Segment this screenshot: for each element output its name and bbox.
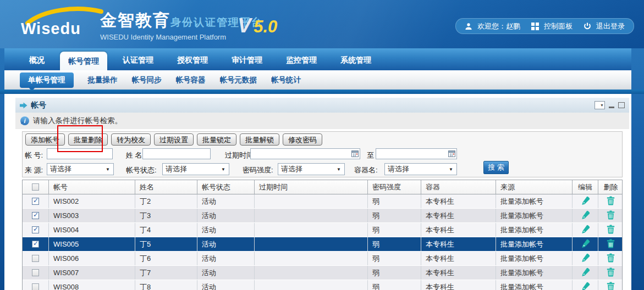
row-checkbox[interactable] <box>32 269 39 276</box>
cell-container: 本专科生 <box>421 252 496 265</box>
panel-dropdown-icon[interactable]: ▼ <box>595 101 605 109</box>
nav-tab-6[interactable]: 系统管理 <box>332 49 379 70</box>
toolbar-button-4[interactable]: 批量锁定 <box>197 133 236 146</box>
table-row[interactable]: WIS008 丁8 活动 弱 本专科生 批量添加帐号 <box>23 280 622 290</box>
control-panel-link[interactable]: 控制面板 <box>544 21 573 31</box>
cell-account: WIS005 <box>49 237 135 251</box>
account-label: 帐 号: <box>25 150 43 160</box>
subnav-item-0[interactable]: 单帐号管理 <box>20 72 74 88</box>
edit-icon[interactable] <box>581 196 590 207</box>
delete-icon[interactable] <box>607 196 615 207</box>
delete-icon[interactable] <box>607 225 615 236</box>
cell-source: 批量添加帐号 <box>496 194 573 208</box>
strength-select[interactable]: 请选择 <box>278 163 345 175</box>
table-row[interactable]: WIS005 丁5 活动 弱 本专科生 批量添加帐号 <box>23 237 622 252</box>
to-label: 至 <box>367 150 374 160</box>
row-checkbox[interactable] <box>32 255 39 262</box>
cell-account: WIS003 <box>49 209 135 222</box>
expire-from-wrap <box>250 148 360 159</box>
table-row[interactable]: WIS003 丁3 活动 弱 本专科生 批量添加帐号 <box>23 209 622 223</box>
cell-account: WIS006 <box>49 252 135 265</box>
brand-title: 金智教育 <box>100 11 170 29</box>
search-button[interactable]: 搜 索 <box>483 161 509 174</box>
cell-status: 活动 <box>197 194 255 208</box>
nav-tab-3[interactable]: 授权管理 <box>169 49 216 70</box>
cell-container: 本专科生 <box>421 223 496 237</box>
toolbar-button-3[interactable]: 过期设置 <box>154 133 194 146</box>
control-panel-icon <box>531 23 539 30</box>
cell-expire <box>255 223 368 237</box>
cell-expire <box>255 280 368 290</box>
edit-icon[interactable] <box>581 282 590 290</box>
subnav-item-2[interactable]: 帐号同步 <box>132 75 162 85</box>
page-content: 概况帐号管理认证管理授权管理审计管理监控管理系统管理 单帐号管理批量操作帐号同步… <box>4 48 631 290</box>
subnav-item-4[interactable]: 帐号元数据 <box>220 75 257 85</box>
edit-icon[interactable] <box>581 210 590 221</box>
cell-account: WIS008 <box>49 280 135 290</box>
row-checkbox[interactable] <box>32 283 39 290</box>
column-header-3: 过期时间 <box>255 180 368 194</box>
status-select[interactable]: 请选择 <box>162 163 229 175</box>
row-checkbox[interactable] <box>32 241 39 248</box>
container-label: 容器名: <box>354 165 378 175</box>
expire-from-input[interactable] <box>250 148 360 159</box>
column-header-8: 删除 <box>598 180 623 194</box>
delete-icon[interactable] <box>607 210 615 221</box>
delete-icon[interactable] <box>607 253 615 264</box>
row-checkbox[interactable] <box>32 226 39 233</box>
subnav-item-1[interactable]: 批量操作 <box>88 75 118 85</box>
container-select[interactable]: 请选择 <box>384 163 457 175</box>
strength-label: 密码强度: <box>243 165 273 175</box>
nav-tab-2[interactable]: 认证管理 <box>114 49 162 70</box>
panel-maximize-icon[interactable] <box>618 102 625 108</box>
edit-icon[interactable] <box>581 225 590 236</box>
cell-container: 本专科生 <box>421 280 496 290</box>
cell-expire <box>255 266 368 280</box>
source-label: 来 源: <box>25 165 43 175</box>
nav-tab-1[interactable]: 帐号管理 <box>60 52 107 70</box>
table-row[interactable]: WIS007 丁7 活动 弱 本专科生 批量添加帐号 <box>23 266 622 280</box>
cell-container: 本专科生 <box>421 194 496 208</box>
cell-name: 丁6 <box>135 252 197 265</box>
delete-icon[interactable] <box>607 239 615 250</box>
toolbar-button-5[interactable]: 批量解锁 <box>240 133 279 146</box>
table-row[interactable]: WIS002 丁2 活动 弱 本专科生 批量添加帐号 <box>23 194 622 209</box>
subnav-item-5[interactable]: 帐号统计 <box>271 75 301 85</box>
table-header: 帐号姓名帐号状态过期时间密码强度容器来源编辑删除 <box>23 180 622 194</box>
panel-minimize-icon[interactable] <box>609 107 614 108</box>
search-area: 添加帐号批量删除转为校友过期设置批量锁定批量解锁修改密码 帐 号: 姓 名: 过… <box>22 131 623 177</box>
logout-link[interactable]: 退出登录 <box>596 21 625 31</box>
cell-source: 批量添加帐号 <box>496 280 573 290</box>
calendar-icon[interactable] <box>448 150 455 157</box>
cell-strength: 弱 <box>368 223 421 237</box>
cell-expire <box>255 252 368 265</box>
source-select[interactable]: 请选择 <box>47 163 114 175</box>
toolbar-button-6[interactable]: 修改密码 <box>283 133 322 146</box>
cell-source: 批量添加帐号 <box>496 266 573 280</box>
delete-icon[interactable] <box>607 282 615 290</box>
nav-tab-0[interactable]: 概况 <box>21 49 53 70</box>
nav-tab-5[interactable]: 监控管理 <box>278 49 325 70</box>
accounts-table: 帐号姓名帐号状态过期时间密码强度容器来源编辑删除 WIS002 丁2 活动 弱 … <box>22 180 623 290</box>
edit-icon[interactable] <box>581 267 590 278</box>
delete-icon[interactable] <box>607 267 615 278</box>
table-row[interactable]: WIS004 丁4 活动 弱 本专科生 批量添加帐号 <box>23 223 622 237</box>
edit-icon[interactable] <box>581 253 590 264</box>
cell-expire <box>255 237 368 251</box>
logout-icon <box>584 23 591 30</box>
cell-strength: 弱 <box>368 280 421 290</box>
table-body: WIS002 丁2 活动 弱 本专科生 批量添加帐号 WIS003 丁3 活动 … <box>23 194 622 290</box>
nav-tab-4[interactable]: 审计管理 <box>223 49 271 70</box>
subnav-item-3[interactable]: 帐号容器 <box>176 75 206 85</box>
edit-icon[interactable] <box>581 239 590 250</box>
expire-to-input[interactable] <box>376 148 457 159</box>
name-input[interactable] <box>142 148 211 159</box>
row-checkbox[interactable] <box>32 212 39 219</box>
cell-source: 批量添加帐号 <box>496 209 573 222</box>
calendar-icon[interactable] <box>351 150 359 157</box>
table-row[interactable]: WIS006 丁6 活动 弱 本专科生 批量添加帐号 <box>23 252 622 266</box>
select-all-checkbox[interactable] <box>32 183 39 191</box>
row-checkbox[interactable] <box>32 198 39 205</box>
toolbar-button-2[interactable]: 转为校友 <box>111 133 151 146</box>
name-label: 姓 名: <box>126 150 144 160</box>
